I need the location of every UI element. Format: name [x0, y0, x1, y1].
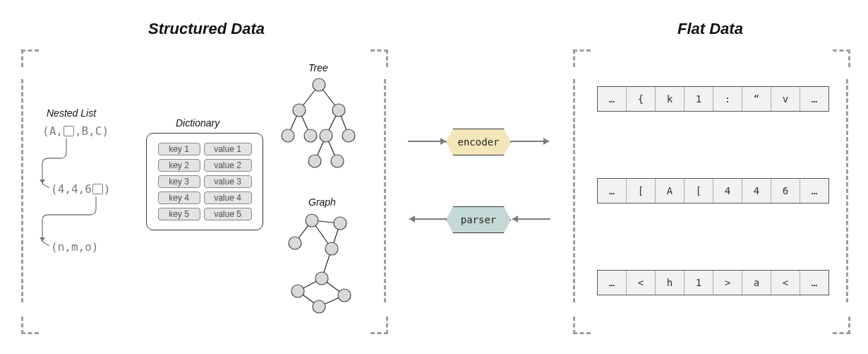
label-graph: Graph: [308, 196, 336, 208]
dict-row: key 2 value 2: [152, 159, 257, 172]
svg-point-14: [332, 104, 345, 117]
dictionary-box: key 1 value 1 key 2 value 2 key 3 value …: [146, 133, 263, 230]
token-row-1: … { k 1 : “ v …: [597, 86, 829, 112]
token-cell: …: [800, 271, 828, 295]
dict-value: value 5: [204, 208, 252, 220]
svg-point-19: [308, 155, 321, 167]
right-bracket-corner: [573, 49, 591, 67]
svg-marker-39: [440, 138, 446, 145]
dict-row: key 4 value 4: [152, 191, 257, 204]
token-cell: “: [742, 87, 771, 111]
token-cell: {: [627, 87, 656, 111]
parser-label: parser: [461, 214, 497, 225]
svg-line-1: [42, 184, 49, 188]
right-bracket-edge: [846, 79, 848, 302]
token-cell: a: [742, 271, 771, 295]
heading-structured-data: Structured Data: [148, 20, 265, 38]
svg-point-33: [289, 237, 301, 249]
svg-point-35: [291, 285, 304, 297]
token-cell: 1: [685, 271, 713, 295]
token-cell: [: [685, 179, 713, 203]
token-cell: k: [656, 87, 685, 111]
right-bracket-corner: [573, 317, 591, 334]
encoder-block: encoder: [446, 129, 511, 155]
encoder-arrow-left: [406, 134, 449, 148]
svg-marker-45: [512, 216, 518, 223]
token-cell: v: [771, 87, 800, 111]
dict-value: value 3: [204, 175, 252, 188]
encoder-label: encoder: [457, 136, 499, 148]
svg-point-30: [306, 214, 318, 227]
tree-svg: [278, 73, 370, 179]
token-cell: <: [627, 271, 656, 295]
token-cell: [: [627, 179, 656, 203]
label-nested-list: Nested List: [47, 107, 96, 119]
token-cell: 1: [685, 87, 713, 111]
label-dictionary: Dictionary: [176, 117, 219, 129]
token-cell: h: [656, 271, 685, 295]
parser-block: parser: [446, 206, 511, 233]
left-bracket-edge: [21, 79, 23, 302]
dict-key: key 1: [158, 143, 200, 155]
label-tree: Tree: [308, 62, 328, 73]
left-bracket-corner: [370, 49, 388, 67]
heading-flat-data: Flat Data: [677, 20, 743, 38]
parser-arrow-left: [406, 212, 449, 226]
dict-row: key 3 value 3: [152, 175, 257, 188]
right-bracket-corner: [833, 49, 850, 67]
svg-point-20: [331, 155, 344, 167]
token-cell: A: [656, 179, 685, 203]
svg-point-16: [304, 129, 317, 142]
token-row-3: … < h 1 > a < …: [597, 270, 829, 295]
left-bracket-corner: [21, 317, 39, 334]
svg-point-37: [313, 300, 325, 313]
token-cell: :: [713, 87, 742, 111]
svg-point-34: [315, 272, 328, 285]
dict-key: key 2: [158, 159, 200, 172]
svg-marker-0: [40, 179, 45, 184]
svg-point-13: [293, 104, 306, 117]
dict-value: value 4: [204, 191, 252, 204]
token-cell: >: [713, 271, 742, 295]
token-cell: 6: [771, 179, 800, 203]
right-bracket-corner: [833, 317, 850, 334]
right-bracket-edge: [573, 79, 575, 302]
token-cell: …: [598, 271, 627, 295]
token-cell: …: [598, 179, 627, 203]
dict-value: value 1: [204, 143, 252, 155]
dict-key: key 5: [158, 208, 200, 220]
svg-marker-2: [40, 237, 45, 242]
token-cell: …: [800, 179, 828, 203]
token-cell: 4: [713, 179, 742, 203]
left-bracket-corner: [21, 49, 39, 67]
svg-marker-41: [543, 138, 549, 145]
dict-row: key 1 value 1: [152, 143, 257, 155]
graph-svg: [282, 209, 374, 322]
dict-value: value 2: [204, 159, 252, 172]
svg-point-12: [313, 78, 325, 91]
svg-line-3: [42, 242, 49, 246]
encoder-arrow-right: [510, 134, 552, 148]
svg-point-17: [320, 129, 332, 142]
svg-point-31: [334, 217, 346, 230]
svg-point-18: [342, 129, 355, 142]
token-cell: 4: [742, 179, 771, 203]
token-cell: <: [771, 271, 800, 295]
dict-key: key 4: [158, 191, 200, 204]
left-bracket-edge: [384, 79, 386, 302]
svg-point-36: [338, 289, 351, 302]
svg-point-32: [325, 242, 338, 255]
token-cell: …: [598, 87, 627, 111]
parser-arrow-right: [510, 212, 552, 226]
nested-list-connectors: [40, 120, 124, 254]
dict-key: key 3: [158, 175, 200, 188]
token-cell: …: [800, 87, 828, 111]
svg-point-15: [282, 129, 294, 142]
svg-marker-43: [409, 216, 415, 223]
token-row-2: … [ A [ 4 4 6 …: [597, 178, 829, 203]
dict-row: key 5 value 5: [152, 208, 257, 220]
